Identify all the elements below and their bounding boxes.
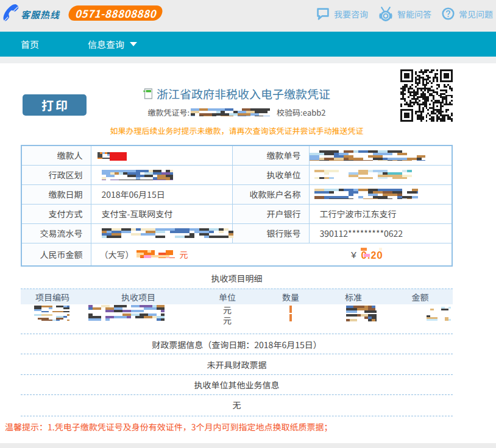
row-label: 执收单位	[232, 165, 309, 184]
other-info-value: 无	[21, 399, 453, 411]
row-label: 支付方式	[21, 204, 91, 223]
item-code-1-redaction	[34, 306, 69, 312]
item-unit: 元	[193, 314, 262, 326]
items-row: 元	[21, 315, 453, 325]
payment-table: 缴款人 缴款单号 行政区划 执收单位 缴款日期 2018年06月15日 收款账户…	[21, 145, 453, 267]
other-info-title: 执收单位其他业务信息	[21, 379, 453, 391]
item-amt-2-redaction	[427, 315, 451, 321]
pay-date-value: 2018年06月15日	[91, 184, 232, 204]
check-code-label: 校验码:	[277, 107, 303, 118]
row-label: 行政区划	[21, 165, 91, 184]
faq-label: 常见问题	[459, 8, 493, 20]
item-qty-1-redaction	[289, 306, 292, 313]
row-label: 交易流水号	[21, 223, 91, 243]
nav-bar: 首页 信息查询	[0, 32, 496, 57]
nav-item-home[interactable]: 首页	[21, 32, 39, 57]
agency-redaction	[314, 170, 412, 179]
row-label: 缴款单号	[232, 145, 309, 165]
items-table: 项目编码 执收项目 单位 数量 标准 金额 元 元	[21, 289, 453, 325]
receipt-no-label: 缴款凭证号:	[147, 107, 190, 118]
items-table-header: 项目编码 执收项目 单位 数量 标准 金额	[21, 289, 453, 304]
faq-link[interactable]: 常见问题	[442, 7, 493, 20]
dashed-divider	[21, 374, 453, 375]
document-icon	[143, 88, 152, 99]
hotline-label: 客服热线	[21, 8, 60, 21]
warning-text: 如果办理后续业务时提示未缴款，请再次查询该凭证并尝试手动推送凭证	[21, 125, 453, 136]
col-header: 执收项目	[84, 291, 193, 303]
top-header-bar: 客服热线 0571-88808880 我要咨询 智能问答	[0, 0, 496, 32]
items-section-title: 执收项目明细	[21, 272, 453, 284]
currency-symbol: ￥	[350, 248, 358, 261]
phone-icon	[2, 2, 21, 27]
smart-qa-link[interactable]: 智能问答	[378, 7, 431, 21]
dashed-divider	[21, 334, 453, 334]
col-header: 单位	[193, 291, 262, 303]
row-label: 缴款人	[21, 145, 91, 165]
row-label: 缴款日期	[21, 184, 91, 204]
bank-account-value: 390112*********0622	[309, 223, 452, 243]
row-label: 收款账户名称	[232, 184, 309, 204]
receipt-no-redacted	[191, 108, 270, 116]
row-label: 开户银行	[232, 204, 309, 223]
receipt-no-row: 缴款凭证号: 校验码:eabb2	[21, 106, 453, 118]
dashed-divider	[21, 394, 453, 395]
item-name-2-redaction	[88, 313, 165, 321]
footer-note: 温馨提示：1.凭电子缴款凭证号及身份有效证件，3个月内可到指定地点换取纸质票据；	[5, 421, 332, 433]
account-name-redaction	[314, 189, 418, 199]
amount-row: 人民币金额 （大写） 元 ￥ 0.20	[21, 243, 452, 266]
title-row: 浙江省政府非税收入电子缴款凭证	[21, 85, 453, 102]
item-std-1-redaction	[346, 306, 377, 313]
consult-link[interactable]: 我要咨询	[316, 7, 368, 21]
col-header: 金额	[388, 291, 453, 303]
invoice-status: 未开具财政票据	[21, 359, 453, 371]
dashed-divider	[21, 416, 453, 416]
amount-cell: （大写） 元 ￥ 0.20	[91, 243, 452, 266]
table-row: 支付方式 支付宝-互联网支付 开户银行 工行宁波市江东支行	[21, 204, 452, 223]
amount-words-prefix: （大写）	[100, 248, 134, 261]
col-header: 标准	[319, 291, 388, 303]
amount-redaction-noise	[361, 248, 384, 257]
top-links: 我要咨询 智能问答 常见问题	[316, 0, 493, 27]
hotline-number: 0571-88808880	[68, 5, 163, 21]
row-label: 人民币金额	[21, 243, 91, 266]
pay-method-value: 支付宝-互联网支付	[91, 204, 232, 223]
gray-divider-strip	[0, 57, 496, 63]
serial-redaction	[102, 228, 233, 238]
nav-item-query[interactable]: 信息查询	[88, 32, 137, 57]
smart-qa-label: 智能问答	[397, 8, 431, 20]
item-code-2-redaction	[34, 314, 69, 321]
bottom-strip	[0, 443, 496, 448]
payment-no-redaction	[310, 150, 425, 161]
payer-redaction	[97, 152, 127, 159]
item-qty-2-redaction	[289, 314, 292, 321]
amount-words-unit: 元	[180, 248, 188, 261]
amount-words-redacted	[136, 250, 175, 258]
robot-icon	[378, 7, 393, 21]
items-row: 元	[21, 304, 453, 315]
amount-words: （大写） 元	[100, 243, 188, 265]
consult-label: 我要咨询	[334, 8, 368, 20]
invoice-info-title: 财政票据信息（查询日期：2018年6月15日）	[21, 338, 453, 351]
table-row: 交易流水号 银行账号 390112*********0622	[21, 223, 452, 243]
chat-bubble-icon	[316, 7, 330, 21]
item-std-2-redaction	[346, 314, 377, 321]
col-header: 数量	[262, 291, 319, 303]
row-label: 银行账号	[232, 223, 309, 243]
check-code-value: eabb2	[303, 107, 326, 118]
item-amt-1-redaction	[427, 307, 451, 312]
nav-query-label: 信息查询	[88, 32, 124, 57]
col-header: 项目编码	[21, 291, 84, 303]
item-name-1-redaction	[88, 305, 165, 312]
main-panel: 打印 浙江省政府非税收入电子缴款凭证 缴款凭证号: 校验码:eabb2 如果办理…	[0, 63, 496, 443]
bank-value: 工行宁波市江东支行	[309, 204, 452, 223]
dashed-divider	[21, 354, 453, 354]
question-circle-icon	[442, 7, 455, 20]
page-title: 浙江省政府非税收入电子缴款凭证	[157, 85, 330, 102]
chevron-down-icon	[130, 42, 137, 46]
district-redaction	[102, 170, 173, 180]
